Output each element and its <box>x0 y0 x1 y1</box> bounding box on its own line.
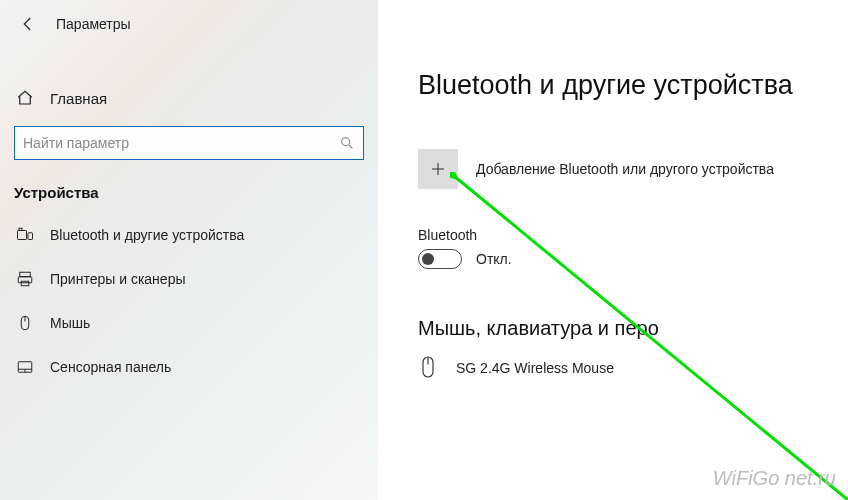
mouse-icon <box>418 354 440 382</box>
touchpad-icon <box>14 356 36 378</box>
nav-home-label: Главная <box>50 90 107 107</box>
arrow-left-icon <box>19 15 37 33</box>
sidebar-item-label: Принтеры и сканеры <box>50 271 185 287</box>
main-panel: Bluetooth и другие устройства Добавление… <box>378 0 848 500</box>
sidebar-item-label: Сенсорная панель <box>50 359 171 375</box>
device-row[interactable]: SG 2.4G Wireless Mouse <box>418 354 848 382</box>
svg-rect-1 <box>18 231 27 240</box>
toggle-knob <box>422 253 434 265</box>
devices-icon <box>14 224 36 246</box>
search-box[interactable] <box>14 126 364 160</box>
sidebar-item-touchpad[interactable]: Сенсорная панель <box>0 345 378 389</box>
sidebar-item-label: Мышь <box>50 315 90 331</box>
bluetooth-section: Bluetooth Откл. <box>418 227 848 269</box>
device-name: SG 2.4G Wireless Mouse <box>456 360 614 376</box>
search-icon <box>339 135 355 151</box>
bluetooth-toggle[interactable] <box>418 249 462 269</box>
add-device-button[interactable]: Добавление Bluetooth или другого устройс… <box>418 149 848 189</box>
svg-rect-3 <box>19 228 22 230</box>
nav-home[interactable]: Главная <box>0 76 378 120</box>
sidebar-item-mouse[interactable]: Мышь <box>0 301 378 345</box>
sidebar-item-bluetooth[interactable]: Bluetooth и другие устройства <box>0 213 378 257</box>
svg-rect-2 <box>28 233 33 240</box>
add-device-label: Добавление Bluetooth или другого устройс… <box>476 161 774 177</box>
svg-rect-4 <box>20 272 31 277</box>
header-title: Параметры <box>56 16 131 32</box>
svg-rect-5 <box>18 277 32 283</box>
devices-heading: Мышь, клавиатура и перо <box>418 317 848 340</box>
sidebar-item-label: Bluetooth и другие устройства <box>50 227 244 243</box>
back-button[interactable] <box>14 10 42 38</box>
search-input[interactable] <box>23 135 339 151</box>
printer-icon <box>14 268 36 290</box>
bluetooth-toggle-row: Откл. <box>418 249 848 269</box>
mouse-icon <box>14 312 36 334</box>
bluetooth-label: Bluetooth <box>418 227 848 243</box>
plus-box <box>418 149 458 189</box>
page-title: Bluetooth и другие устройства <box>418 70 848 101</box>
svg-rect-6 <box>21 281 29 286</box>
sidebar: Параметры Главная Устройства Bluetooth и… <box>0 0 378 500</box>
sidebar-item-printers[interactable]: Принтеры и сканеры <box>0 257 378 301</box>
header-row: Параметры <box>0 0 378 48</box>
category-label: Устройства <box>0 184 378 201</box>
svg-point-0 <box>342 138 350 146</box>
home-icon <box>14 87 36 109</box>
plus-icon <box>429 160 447 178</box>
bluetooth-toggle-state: Откл. <box>476 251 512 267</box>
nav-list: Bluetooth и другие устройства Принтеры и… <box>0 213 378 389</box>
